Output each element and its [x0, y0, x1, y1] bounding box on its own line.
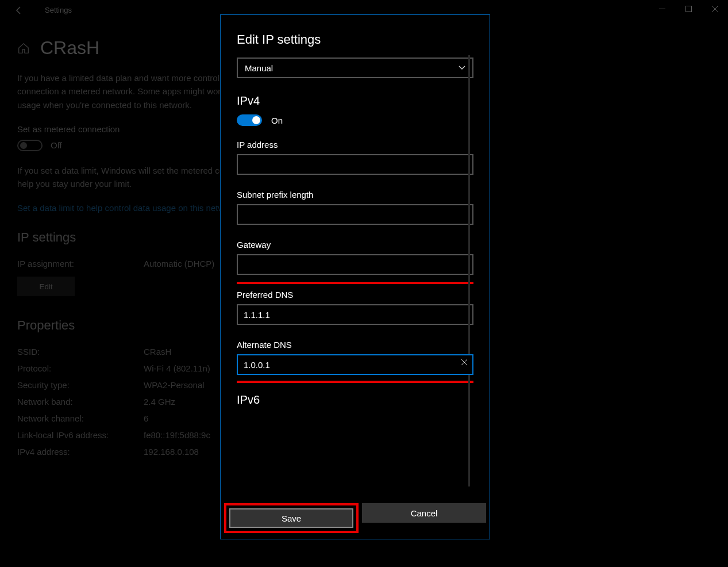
ipv4-toggle[interactable]	[237, 114, 262, 126]
gateway-input[interactable]	[237, 254, 473, 275]
clear-input-icon[interactable]	[461, 359, 468, 366]
ip-mode-select[interactable]: Manual	[237, 58, 473, 78]
ipv4-heading: IPv4	[237, 94, 473, 108]
save-highlight: Save	[224, 503, 359, 533]
ip-address-label: IP address	[237, 140, 473, 150]
subnet-input[interactable]	[237, 204, 473, 225]
alternate-dns-input[interactable]	[237, 354, 473, 375]
edit-ip-dialog: Edit IP settings Manual IPv4 On IP addre…	[220, 14, 490, 539]
dialog-footer: Save Cancel	[221, 503, 490, 539]
save-button[interactable]: Save	[229, 508, 353, 528]
ip-address-input[interactable]	[237, 154, 473, 175]
ipv4-toggle-state: On	[271, 116, 283, 125]
ip-mode-value: Manual	[245, 63, 273, 73]
preferred-dns-input[interactable]	[237, 304, 473, 325]
dialog-scrollbar[interactable]	[468, 55, 470, 486]
preferred-dns-label: Preferred DNS	[237, 290, 473, 300]
dns-highlight: Preferred DNS Alternate DNS	[237, 282, 473, 383]
gateway-label: Gateway	[237, 240, 473, 250]
chevron-down-icon	[459, 66, 465, 70]
alternate-dns-label: Alternate DNS	[237, 340, 473, 350]
subnet-label: Subnet prefix length	[237, 190, 473, 200]
cancel-button[interactable]: Cancel	[362, 503, 486, 523]
ipv6-heading: IPv6	[237, 393, 473, 407]
dialog-title: Edit IP settings	[237, 32, 473, 47]
